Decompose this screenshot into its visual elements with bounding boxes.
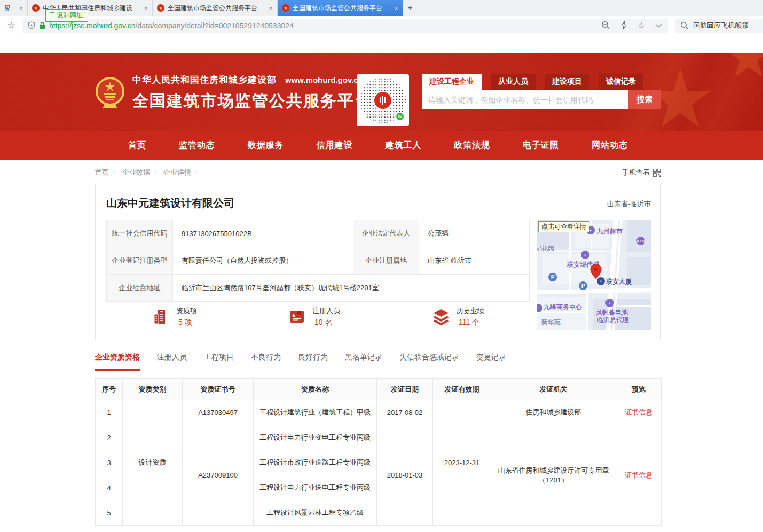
field-label: 企业经营地址: [107, 275, 173, 302]
cell-cert-no: A137030497: [183, 400, 254, 425]
site-header: 中华人民共和国住房和城乡建设部www.mohurd.gov.cn 全国建筑市场监…: [0, 53, 763, 131]
cell-issue-date: 2018-01-03: [377, 425, 433, 526]
field-value: 公茂福: [419, 220, 530, 247]
cell-name: 工程设计建筑行业（建筑工程）甲级: [254, 400, 377, 425]
browser-tab-jzsc[interactable]: ★ 全国建筑市场监管公共服务平台 ×: [153, 0, 278, 16]
breadcrumb-home[interactable]: 首页: [95, 168, 109, 177]
tab-close-icon[interactable]: ×: [19, 4, 23, 12]
bookmark-star-icon[interactable]: ☆: [0, 20, 22, 31]
nav-item-e-license[interactable]: 电子证照: [523, 140, 559, 151]
tab-good-behavior[interactable]: 良好行为: [298, 353, 328, 371]
field-label: 企业法定代表人: [353, 220, 419, 247]
stat-label: 历史业绩: [457, 306, 484, 316]
breadcrumb-company-data[interactable]: 企业数据: [122, 168, 150, 177]
table-row: 1 设计资质 A137030497 工程设计建筑行业（建筑工程）甲级 2017-…: [96, 400, 662, 425]
map-label-garden: 纪花园: [537, 244, 554, 253]
qr-code-icon: [653, 169, 661, 177]
nav-item-policy[interactable]: 政策法规: [454, 140, 490, 151]
favorite-star-icon[interactable]: ☆: [638, 20, 645, 30]
mobile-view-link[interactable]: 手机查看: [622, 168, 661, 177]
field-value: 有限责任公司（自然人投资或控股）: [173, 247, 353, 275]
certificate-icon: [288, 308, 306, 326]
company-card: 山东中元建筑设计有限公司 山东省-临沂市 统一社会信用代码 9137130267…: [95, 184, 661, 340]
cell-seq: 5: [96, 500, 123, 526]
tab-title: 全国建筑市场监管公共服务平台: [293, 4, 382, 13]
browser-tab-active[interactable]: ★ 全国建筑市场监管公共服务平台 ×: [278, 0, 403, 16]
cell-cert-no: A237009100: [183, 425, 254, 526]
breadcrumb: 首页〉 企业数据〉 企业详情〉 手机查看: [95, 168, 661, 177]
site-brand: 中华人民共和国住房和城乡建设部www.mohurd.gov.cn 全国建筑市场监…: [95, 74, 372, 112]
tab-qualifications[interactable]: 企业资质资格: [95, 353, 140, 371]
tab-bad-behavior[interactable]: 不良行为: [251, 353, 281, 371]
tab-change-records[interactable]: 变更记录: [476, 353, 506, 371]
stat-label: 注册人员: [312, 306, 340, 316]
search-tab-credit[interactable]: 诚信记录: [599, 74, 643, 90]
lock-icon: [39, 21, 45, 29]
field-label: 企业注册属地: [353, 247, 419, 275]
header-search-panel: 建设工程企业 从业人员 建设项目 诚信记录 搜索: [422, 74, 661, 109]
field-label: 统一社会信用代码: [107, 220, 173, 247]
nav-item-site-news[interactable]: 网站动态: [592, 140, 628, 151]
nav-item-data-service[interactable]: 数据服务: [248, 140, 284, 151]
zoom-out-icon[interactable]: [601, 21, 610, 30]
map-label-lianan-tower: 联安大厦: [606, 277, 632, 286]
tab-close-icon[interactable]: ×: [144, 4, 148, 12]
copy-icon: [50, 12, 54, 18]
search-tab-personnel[interactable]: 从业人员: [491, 74, 536, 90]
keyword-search-input[interactable]: [422, 90, 628, 109]
wechat-icon: W: [395, 112, 405, 121]
tab-blacklist[interactable]: 黑名单记录: [345, 353, 382, 371]
cell-name: 工程设计电力行业送电工程专业丙级: [254, 475, 377, 500]
site-emblem-icon: ★: [32, 4, 40, 12]
certificate-info-link[interactable]: 证书信息: [625, 471, 652, 479]
building-marker-icon: ▪: [581, 251, 589, 259]
stat-value: 111 个: [457, 318, 484, 327]
tab-title: 界: [4, 4, 11, 13]
breadcrumb-company-detail[interactable]: 企业详情: [163, 168, 191, 177]
cell-issue-date: 2017-08-02: [377, 400, 433, 425]
tab-close-icon[interactable]: ×: [394, 4, 398, 12]
field-value: 临沂市兰山区陶然路107号星河晶都（联安）现代城1号楼2201室: [173, 275, 530, 302]
nav-item-workers[interactable]: 建筑工人: [385, 140, 421, 151]
map-label-business-center: 九峰商务中心: [544, 303, 582, 312]
quick-search-box[interactable]: 国航回应飞机颠簸: [675, 19, 763, 33]
map-label-supermarket: 九州超市: [597, 227, 623, 236]
new-tab-button[interactable]: +: [403, 0, 418, 16]
ministry-website: www.mohurd.gov.cn: [285, 75, 363, 84]
nav-item-home[interactable]: 首页: [128, 140, 146, 151]
nav-item-credit[interactable]: 信用建设: [317, 140, 353, 151]
url-secure-text: https://jzsc.mohurd.gov.cn: [49, 21, 136, 30]
tab-dishonesty[interactable]: 失信联合惩戒记录: [399, 353, 459, 371]
stat-value: 10 名: [312, 318, 340, 327]
cell-name: 工程设计市政行业道路工程专业丙级: [254, 450, 377, 475]
search-button[interactable]: 搜索: [628, 90, 661, 109]
address-bar[interactable]: https://jzsc.mohurd.gov.cn/data/company/…: [22, 19, 668, 33]
location-map[interactable]: 点击可查看详情 ▾ 九州超市 ATM 纪花园 ▪ 联安现代城 ▪ 联安大厦 P …: [537, 220, 651, 330]
stat-history-performance: 历史业绩 111 个: [432, 306, 484, 327]
nav-item-supervision[interactable]: 监管动态: [179, 140, 215, 151]
browser-tab-partial[interactable]: 界 ×: [0, 0, 28, 16]
qualification-table: 序号 资质类别 资质证书号 资质名称 发证日期 发证有效期 发证机关 预览 1 …: [95, 378, 662, 526]
company-region: 山东省-临沂市: [607, 199, 651, 209]
tab-projects[interactable]: 工程项目: [204, 353, 234, 371]
stat-label: 资质项: [176, 306, 197, 316]
chevron-down-icon[interactable]: [655, 24, 662, 28]
map-tooltip: 点击可查看详情: [538, 221, 589, 232]
layers-icon: [432, 308, 450, 326]
page-top-gap: [0, 35, 763, 53]
shield-icon[interactable]: [28, 21, 35, 29]
company-stats: 资质项 5 项 注册人员 10 名: [106, 306, 529, 334]
search-tab-enterprise[interactable]: 建设工程企业: [422, 74, 482, 90]
flash-icon[interactable]: [620, 21, 627, 30]
building-icon: [152, 308, 170, 326]
field-label: 企业登记注册类型: [107, 247, 173, 275]
search-tab-project[interactable]: 建设项目: [545, 74, 589, 90]
tab-close-icon[interactable]: ×: [269, 4, 273, 12]
stat-registered-personnel: 注册人员 10 名: [288, 306, 340, 327]
cell-seq: 2: [96, 425, 123, 450]
cell-validity: 2023-12-31: [433, 400, 491, 526]
cell-preview: 证书信息: [616, 425, 662, 526]
field-value: 山东省-临沂市: [419, 247, 530, 275]
certificate-info-link[interactable]: 证书信息: [625, 408, 652, 416]
tab-registered-personnel[interactable]: 注册人员: [157, 353, 187, 371]
